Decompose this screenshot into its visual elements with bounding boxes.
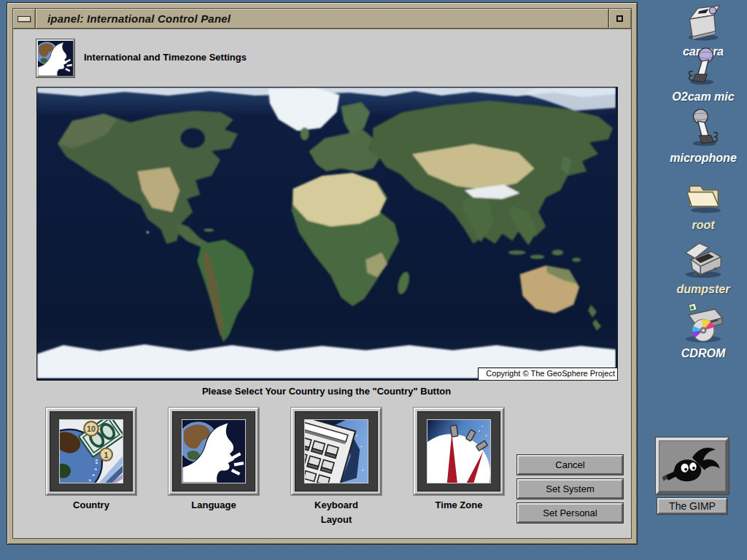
desktop-icon-o2cam-mic[interactable]: O2cam mic	[660, 47, 746, 104]
camera-icon	[680, 3, 727, 44]
minimize-icon	[18, 16, 31, 22]
set-system-button[interactable]: Set System	[517, 479, 623, 499]
gimp-frame	[656, 438, 729, 494]
keyboard-button-mat	[295, 411, 378, 491]
country-button-label: Country	[46, 498, 136, 513]
maximize-button[interactable]	[608, 9, 631, 28]
desktop: { "colors": { "desktop_bg": "#4d7295", "…	[0, 0, 747, 560]
minimize-button[interactable]	[13, 9, 36, 28]
desktop-icon-root[interactable]: root	[660, 179, 746, 232]
cdrom-icon	[680, 303, 727, 346]
language-globe-icon	[36, 39, 74, 77]
folder-icon	[681, 179, 725, 217]
language-button[interactable]	[169, 408, 259, 495]
titlebar[interactable]: ipanel: International Control Panel	[12, 8, 632, 29]
minimized-window-gimp[interactable]: The GIMP	[655, 438, 729, 514]
desktop-icon-label: root	[692, 219, 714, 232]
keyboard-icon	[304, 419, 368, 483]
set-personal-button[interactable]: Set Personal	[517, 503, 623, 523]
microphone-icon	[683, 108, 724, 150]
gimp-window-label: The GIMP	[657, 498, 727, 514]
country-button[interactable]: 10 1	[46, 408, 136, 495]
map-copyright: Copyright © The GeoSphere Project	[478, 368, 617, 380]
maximize-icon	[616, 15, 623, 22]
language-button-mat	[172, 411, 255, 491]
desktop-icon-dumpster[interactable]: dumpster	[660, 241, 746, 296]
desktop-icon-microphone[interactable]: microphone	[660, 108, 746, 165]
country-globe-money-icon: 10 1	[59, 419, 123, 483]
desktop-icon-label: microphone	[670, 152, 737, 165]
desktop-icon-label: O2cam mic	[672, 90, 734, 104]
keyboard-layout-button-label: Keyboard Layout	[291, 498, 382, 527]
desktop-icon-label: dumpster	[677, 283, 730, 296]
window-content: International and Timezone Settings	[12, 28, 632, 539]
language-globe-face-icon	[182, 419, 246, 483]
page-title: International and Timezone Settings	[84, 52, 247, 63]
time-zone-button-label: Time Zone	[414, 498, 504, 513]
world-map: Copyright © The GeoSphere Project	[36, 87, 618, 381]
instruction-text: Please Select Your Country using the "Co…	[36, 386, 616, 397]
dumpster-icon	[680, 241, 727, 281]
cancel-button[interactable]: Cancel	[517, 455, 623, 475]
gimp-wilber-icon	[659, 440, 726, 491]
ipanel-window: ipanel: International Control Panel Inte…	[7, 3, 637, 544]
svg-text:1: 1	[104, 451, 108, 459]
svg-text:10: 10	[87, 424, 96, 433]
keyboard-layout-button[interactable]	[291, 408, 382, 495]
desktop-icon-label: CDROM	[681, 347, 725, 360]
time-zone-button[interactable]	[414, 408, 504, 495]
timezone-clock-icon	[427, 419, 491, 483]
window-title: ipanel: International Control Panel	[36, 9, 608, 28]
desktop-icon-cdrom[interactable]: CDROM	[660, 303, 746, 360]
time-zone-button-mat	[417, 411, 500, 491]
language-button-label: Language	[169, 498, 259, 513]
o2cam-mic-icon	[683, 47, 724, 89]
country-button-mat: 10 1	[50, 411, 133, 491]
